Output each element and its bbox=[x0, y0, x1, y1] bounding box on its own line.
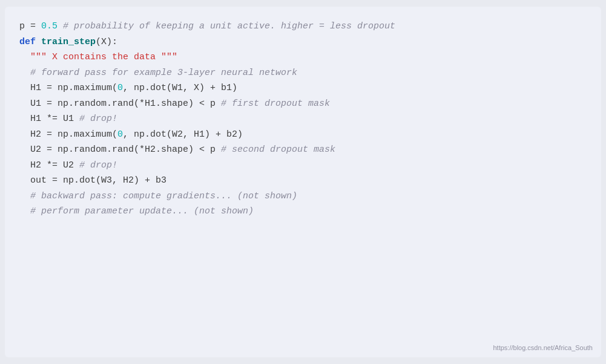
code-token: 0.5 bbox=[41, 21, 58, 31]
code-line: # backward pass: compute gradients... (n… bbox=[19, 189, 587, 204]
code-token: # first dropout mask bbox=[221, 99, 330, 109]
code-token: # perform parameter update... (not shown… bbox=[19, 206, 254, 216]
code-token: train_step bbox=[41, 37, 96, 47]
code-line: p = 0.5 # probability of keeping a unit … bbox=[19, 19, 587, 34]
code-line: U1 = np.random.rand(*H1.shape) < p # fir… bbox=[19, 96, 587, 112]
code-token: H2 *= U2 bbox=[19, 160, 79, 171]
code-token: H2 = np.maximum( bbox=[19, 129, 117, 140]
code-token: # probability of keeping a unit active. … bbox=[58, 21, 395, 31]
code-token: # drop! bbox=[79, 114, 117, 124]
code-line: U2 = np.random.rand(*H2.shape) < p # sec… bbox=[19, 142, 587, 158]
code-token: 0 bbox=[117, 129, 123, 140]
code-token: U2 = np.random.rand(*H2.shape) < p bbox=[19, 145, 221, 155]
code-token: """ X contains the data """ bbox=[30, 52, 177, 62]
code-token: out = np.dot(W3, H2) + b3 bbox=[19, 175, 166, 186]
code-token: # backward pass: compute gradients... (n… bbox=[19, 191, 297, 201]
code-token: 0 bbox=[117, 83, 123, 93]
code-container: p = 0.5 # probability of keeping a unit … bbox=[5, 7, 601, 357]
code-token: # second dropout mask bbox=[221, 145, 335, 155]
code-token: U1 = np.random.rand(*H1.shape) < p bbox=[19, 99, 221, 109]
code-line: H1 *= U1 # drop! bbox=[19, 111, 587, 127]
code-token: def bbox=[19, 37, 41, 47]
code-block: p = 0.5 # probability of keeping a unit … bbox=[19, 19, 587, 219]
code-line: H2 = np.maximum(0, np.dot(W2, H1) + b2) bbox=[19, 127, 587, 143]
code-line: H2 *= U2 # drop! bbox=[19, 158, 587, 174]
code-token: (X): bbox=[96, 37, 117, 47]
code-token: p = bbox=[19, 21, 41, 31]
code-token: H1 = np.maximum( bbox=[19, 83, 117, 93]
code-token: , np.dot(W1, X) + b1) bbox=[123, 83, 237, 93]
code-line: # forward pass for example 3-layer neura… bbox=[19, 65, 587, 81]
code-line: H1 = np.maximum(0, np.dot(W1, X) + b1) bbox=[19, 80, 587, 96]
code-line: out = np.dot(W3, H2) + b3 bbox=[19, 173, 587, 189]
code-line: """ X contains the data """ bbox=[19, 50, 587, 65]
code-line: def train_step(X): bbox=[19, 34, 587, 50]
code-token: # forward pass for example 3-layer neura… bbox=[19, 68, 297, 78]
code-line: # perform parameter update... (not shown… bbox=[19, 204, 587, 219]
code-token: # drop! bbox=[79, 160, 117, 171]
code-token: , np.dot(W2, H1) + b2) bbox=[123, 129, 243, 140]
watermark: https://blog.csdn.net/Africa_South bbox=[493, 344, 593, 351]
code-token bbox=[19, 52, 30, 62]
code-token: H1 *= U1 bbox=[19, 114, 79, 124]
